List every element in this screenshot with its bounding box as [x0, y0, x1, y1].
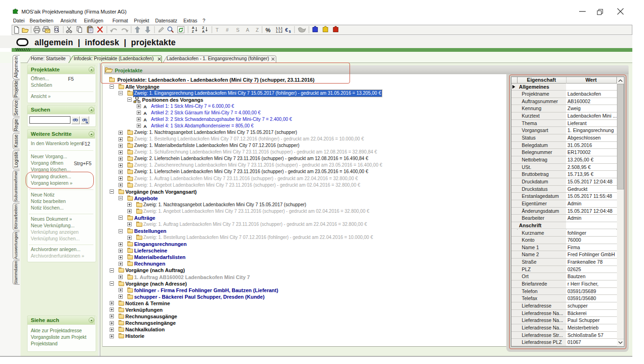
- svg-text:#: #: [226, 27, 229, 33]
- svg-text:A: A: [202, 29, 205, 34]
- svg-text:%: %: [266, 27, 271, 34]
- svg-text:Z: Z: [256, 27, 259, 33]
- svg-text:€: €: [285, 27, 288, 33]
- svg-text:S: S: [236, 27, 239, 33]
- svg-text:1.1.1: 1.1.1: [276, 27, 283, 30]
- svg-text:A: A: [246, 27, 249, 33]
- svg-text:T: T: [216, 27, 219, 33]
- svg-text:1.1.2: 1.1.2: [276, 30, 283, 33]
- svg-text:$: $: [289, 29, 291, 34]
- svg-text:Z: Z: [192, 29, 194, 34]
